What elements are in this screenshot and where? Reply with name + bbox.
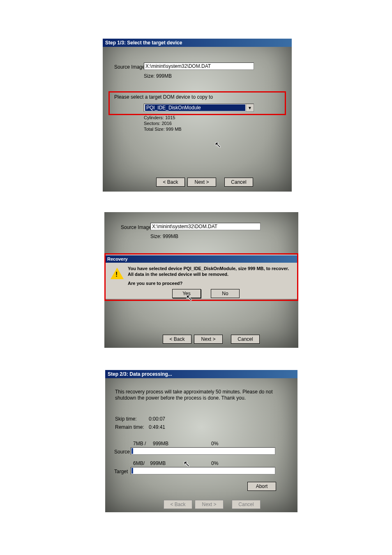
skip-time-label: Skip time: bbox=[115, 416, 137, 422]
dialog-message-line2: All data in the selected device will be … bbox=[128, 272, 296, 277]
target-progress-fill bbox=[131, 468, 133, 474]
source-row-label: Source bbox=[114, 449, 130, 455]
skip-time-value: 0:00:07 bbox=[149, 416, 165, 422]
yes-button[interactable]: Yes bbox=[172, 289, 201, 298]
back-button[interactable]: < Back bbox=[156, 178, 185, 187]
window-title: Step 1/3: Select the target device bbox=[103, 39, 292, 47]
target-row-label: Target bbox=[114, 469, 128, 474]
next-button: Next > bbox=[195, 500, 224, 509]
remain-time-label: Remain time: bbox=[115, 424, 144, 430]
screenshot-recovery-confirm: Source Image X:\minint\system32\DOM.DAT … bbox=[104, 212, 298, 348]
no-button[interactable]: No bbox=[211, 289, 240, 298]
source-size-label: Size: 999MB bbox=[144, 73, 172, 79]
source-image-label: Source Image bbox=[121, 224, 152, 230]
source-image-label: Source Image bbox=[114, 64, 145, 70]
source-progress-fill bbox=[131, 448, 133, 454]
dialog-message-line1: You have selected device PQI_IDE_DiskOnM… bbox=[128, 266, 296, 271]
back-button[interactable]: < Back bbox=[163, 335, 191, 344]
process-message: This recovery process will take approxim… bbox=[115, 389, 279, 401]
device-cylinders: Cylinders: 1015 bbox=[144, 115, 175, 120]
remain-time-value: 0:49:41 bbox=[149, 424, 165, 430]
back-button: < Back bbox=[164, 500, 192, 509]
cancel-button: Cancel bbox=[232, 500, 261, 509]
dialog-title: Recovery bbox=[105, 255, 298, 263]
source-progress-bar bbox=[131, 447, 275, 455]
chevron-down-icon[interactable]: ▼ bbox=[246, 104, 254, 111]
source-percent: 0% bbox=[211, 441, 218, 446]
next-button[interactable]: Next > bbox=[187, 178, 216, 187]
cancel-button[interactable]: Cancel bbox=[224, 178, 253, 187]
source-size-label: Size: 999MB bbox=[150, 234, 178, 239]
cancel-button[interactable]: Cancel bbox=[231, 335, 260, 344]
warning-icon bbox=[111, 268, 124, 279]
screenshot-step1: Step 1/3: Select the target device Sourc… bbox=[103, 39, 292, 192]
select-device-prompt: Please select a target DOM device to cop… bbox=[114, 94, 213, 100]
next-button[interactable]: Next > bbox=[194, 335, 223, 344]
dialog-message-line3: Are you sure to proceed? bbox=[128, 281, 296, 286]
abort-button[interactable]: Abort bbox=[247, 482, 276, 491]
device-sectors: Sectors: 2016 bbox=[144, 121, 172, 126]
target-progress-text: 6MB/ 999MB bbox=[133, 460, 166, 466]
target-device-dropdown[interactable]: PQI_IDE_DiskOnModule ▼ bbox=[144, 104, 254, 112]
source-image-path[interactable]: X:\minint\system32\DOM.DAT bbox=[144, 62, 254, 70]
target-percent: 0% bbox=[211, 460, 218, 466]
screenshot-step2: Step 2/3: Data processing... This recove… bbox=[105, 370, 297, 512]
device-total-size: Total Size: 999 MB bbox=[144, 127, 182, 132]
source-image-path[interactable]: X:\minint\system32\DOM.DAT bbox=[150, 223, 261, 230]
window-title: Step 2/3: Data processing... bbox=[105, 370, 297, 378]
recovery-confirm-dialog: Recovery You have selected device PQI_ID… bbox=[104, 255, 298, 299]
mouse-cursor-icon: ↖ bbox=[214, 140, 221, 150]
target-progress-bar bbox=[131, 467, 275, 474]
target-device-selected: PQI_IDE_DiskOnModule bbox=[145, 104, 245, 111]
source-progress-text: 7MB / 999MB bbox=[133, 441, 168, 446]
